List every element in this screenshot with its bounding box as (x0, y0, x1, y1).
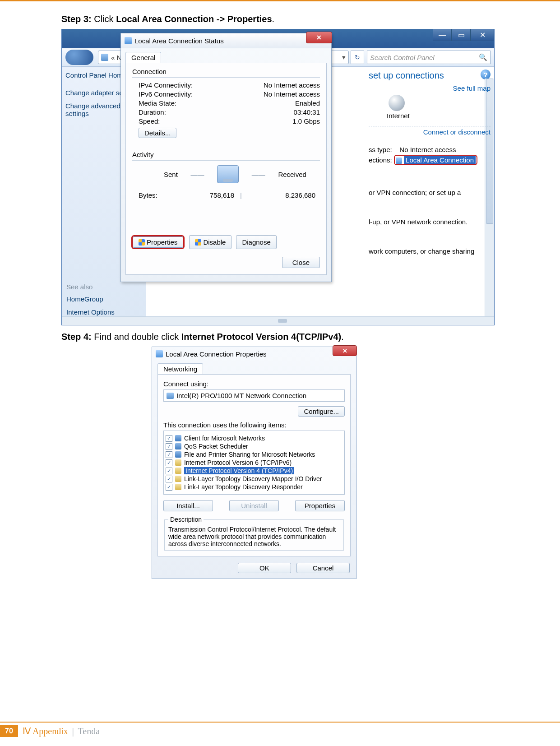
setup-connections-heading: set up connections (369, 70, 491, 81)
connection-icon (396, 158, 402, 164)
section-label: Ⅳ Appendix (23, 726, 68, 736)
maximize-button[interactable]: ▭ (452, 29, 471, 41)
homegroup-link[interactable]: HomeGroup (66, 295, 115, 303)
list-item-selected[interactable]: ✓Internet Protocol Version 4 (TCP/IPv4) (166, 467, 342, 474)
connect-using-label: Connect using: (163, 380, 345, 388)
networking-tab[interactable]: Networking (157, 363, 203, 374)
checkbox[interactable]: ✓ (166, 443, 172, 450)
checkbox[interactable]: ✓ (166, 451, 172, 458)
refresh-button[interactable]: ↻ (351, 51, 364, 64)
checkbox[interactable]: ✓ (166, 476, 172, 482)
protocol-icon (175, 484, 181, 490)
checkbox[interactable]: ✓ (166, 459, 172, 466)
items-list: ✓Client for Microsoft Networks ✓QoS Pack… (163, 431, 345, 495)
checkbox[interactable]: ✓ (166, 484, 172, 491)
cancel-button[interactable]: Cancel (296, 563, 350, 573)
back-forward-buttons[interactable] (65, 50, 93, 65)
step4-text: Step 4: Find and double click Internet P… (61, 332, 499, 342)
install-button[interactable]: Install... (163, 500, 213, 511)
search-icon: 🔍 (479, 53, 487, 61)
connection-status-dialog: Local Area Connection Status ✕ General C… (120, 33, 332, 282)
nic-field[interactable]: Intel(R) PRO/1000 MT Network Connection (163, 389, 345, 402)
list-item[interactable]: ✓QoS Packet Scheduler (166, 443, 342, 450)
service-icon (175, 443, 181, 449)
internet-icon (389, 95, 405, 111)
list-item[interactable]: ✓Internet Protocol Version 6 (TCP/IPv6) (166, 459, 342, 466)
list-item[interactable]: ✓Link-Layer Topology Discovery Mapper I/… (166, 475, 342, 482)
uninstall-button: Uninstall (229, 500, 279, 511)
general-tab[interactable]: General (125, 52, 161, 63)
page-footer: 70 Ⅳ Appendix | Tenda (0, 722, 560, 737)
dialog-close-button[interactable]: ✕ (306, 32, 332, 43)
activity-icon (217, 165, 239, 183)
nic-icon (167, 393, 174, 399)
protocol-icon (175, 476, 181, 482)
see-full-map-link[interactable]: See full map (369, 84, 491, 92)
description-group: Description Transmission Control Protoco… (163, 516, 345, 551)
connect-disconnect-link[interactable]: Connect or disconnect (369, 126, 491, 136)
dialog-icon (156, 350, 163, 357)
dialog-titlebar: Local Area Connection Properties ✕ (152, 347, 356, 361)
network-sharing-window: — ▭ ✕ « Network and Internet ▶ Network a… (61, 29, 495, 325)
internet-options-link[interactable]: Internet Options (66, 308, 115, 316)
shield-icon (139, 239, 145, 246)
step3-text: Step 3: Click Local Area Connection -> P… (61, 14, 499, 24)
activity-group-label: Activity (132, 151, 320, 158)
close-button[interactable]: ✕ (471, 29, 494, 41)
local-area-connection-highlight[interactable]: Local Area Connection (394, 155, 477, 165)
disable-button[interactable]: Disable (189, 235, 231, 249)
dialog-title: Local Area Connection Properties (166, 350, 266, 358)
protocol-icon (175, 459, 181, 466)
list-item[interactable]: ✓File and Printer Sharing for Microsoft … (166, 451, 342, 458)
internet-label: Internet (387, 112, 491, 120)
minimize-button[interactable]: — (433, 29, 452, 41)
protocol-icon (175, 468, 181, 474)
page-number: 70 (0, 725, 18, 737)
connection-group-label: Connection (132, 68, 320, 75)
dialog-titlebar: Local Area Connection Status ✕ (121, 33, 331, 48)
addressbar-icon (101, 54, 108, 61)
dialog-close-button[interactable]: ✕ (333, 345, 357, 356)
client-icon (175, 435, 181, 441)
checkbox[interactable]: ✓ (166, 468, 172, 474)
search-input[interactable]: Search Control Panel 🔍 (367, 51, 491, 64)
items-label: This connection uses the following items… (163, 421, 345, 429)
close-button[interactable]: Close (282, 257, 320, 268)
step3-prefix: Step 3: (61, 14, 94, 24)
service-icon (175, 451, 181, 458)
properties-button[interactable]: Properties (133, 236, 183, 248)
ok-button[interactable]: OK (238, 563, 291, 573)
horizontal-scrollbar[interactable] (62, 316, 494, 325)
list-item[interactable]: ✓Client for Microsoft Networks (166, 435, 342, 442)
list-item[interactable]: ✓Link-Layer Topology Discovery Responder (166, 483, 342, 491)
properties-button-highlight: Properties (131, 235, 185, 249)
checkbox[interactable]: ✓ (166, 435, 172, 442)
diagnose-button[interactable]: Diagnose (236, 235, 276, 249)
dialog-title: Local Area Connection Status (134, 37, 224, 45)
seealso-label: See also (66, 283, 115, 291)
brand-label: Tenda (78, 726, 100, 736)
configure-button[interactable]: Configure... (298, 406, 345, 417)
shield-icon (195, 239, 201, 246)
details-button[interactable]: Details... (139, 128, 176, 138)
connection-properties-dialog: Local Area Connection Properties ✕ Netwo… (152, 347, 356, 579)
dialog-icon (125, 37, 132, 44)
item-properties-button[interactable]: Properties (295, 500, 345, 511)
